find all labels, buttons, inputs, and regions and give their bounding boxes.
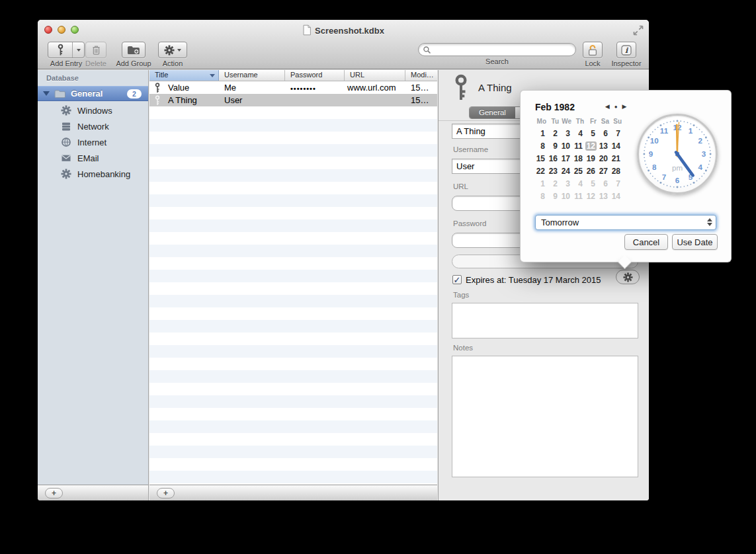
calendar-day[interactable]: 14 xyxy=(610,190,623,202)
lock-button[interactable] xyxy=(583,42,603,58)
calendar-day[interactable]: 5 xyxy=(585,128,598,139)
weekday-label: Mo xyxy=(535,116,548,127)
svg-text:7: 7 xyxy=(662,173,666,181)
calendar-day[interactable]: 7 xyxy=(610,128,623,139)
calendar-day[interactable]: 11 xyxy=(573,140,585,152)
delete-button[interactable] xyxy=(85,42,106,58)
sidebar-item-email[interactable]: EMail xyxy=(38,150,148,166)
search-input[interactable] xyxy=(433,45,571,54)
calendar-day[interactable]: 7 xyxy=(610,178,623,190)
calendar-day[interactable]: 11 xyxy=(573,190,585,202)
calendar-day[interactable]: 8 xyxy=(535,140,548,152)
calendar-day[interactable]: 13 xyxy=(598,140,610,152)
disclosure-triangle-icon[interactable] xyxy=(43,91,50,96)
today-icon[interactable]: ● xyxy=(612,104,620,110)
calendar-day[interactable]: 6 xyxy=(598,128,610,139)
unlock-icon xyxy=(586,44,599,57)
sidebar-item-windows[interactable]: Windows xyxy=(38,102,148,118)
calendar-day[interactable]: 12 xyxy=(585,140,598,152)
entry-count-badge: 2 xyxy=(127,89,142,99)
chevron-down-icon xyxy=(77,49,81,52)
expiry-settings-button[interactable] xyxy=(616,270,640,284)
calendar-day[interactable]: 1 xyxy=(535,178,548,190)
svg-text:3: 3 xyxy=(702,149,706,158)
fullscreen-button[interactable] xyxy=(632,24,644,36)
column-header-url[interactable]: URL xyxy=(345,70,405,81)
notes-input[interactable] xyxy=(452,356,638,477)
svg-text:10: 10 xyxy=(650,136,659,145)
calendar-day[interactable]: 9 xyxy=(548,190,560,202)
calendar-day[interactable]: 9 xyxy=(548,140,560,152)
table-row-selected[interactable]: A Thing User 15… xyxy=(149,94,437,106)
sidebar-items: Windows Network Internet EMail Homebanki… xyxy=(38,102,148,182)
add-entry-button[interactable] xyxy=(48,42,85,58)
inspector-group: i Inspector xyxy=(607,42,646,67)
expires-checkbox[interactable]: ✓ xyxy=(452,275,462,284)
calendar-day[interactable]: 21 xyxy=(610,153,623,165)
calendar-day[interactable]: 10 xyxy=(560,190,573,202)
svg-text:8: 8 xyxy=(652,163,657,171)
calendar-day[interactable]: 14 xyxy=(610,140,623,152)
calendar-day[interactable]: 2 xyxy=(548,178,560,190)
column-header-modified[interactable]: Modi… xyxy=(405,70,437,81)
calendar-day[interactable]: 28 xyxy=(610,165,623,177)
calendar-day[interactable]: 5 xyxy=(585,178,598,190)
add-entry-footer-button[interactable]: + xyxy=(157,488,175,498)
calendar-day[interactable]: 26 xyxy=(585,165,598,177)
calendar-day[interactable]: 24 xyxy=(560,165,573,177)
prev-month-icon[interactable]: ◀ xyxy=(603,103,612,110)
weekday-label: Tu xyxy=(548,116,560,127)
add-group-footer-button[interactable]: + xyxy=(45,488,63,498)
expiry-date-popover: Feb 1982 ◀ ● ▶ MoTuWeThFrSaSu 1234567891… xyxy=(520,90,732,262)
calendar-day[interactable]: 18 xyxy=(573,153,585,165)
column-header-username[interactable]: Username xyxy=(219,70,285,81)
action-button[interactable] xyxy=(158,42,187,58)
svg-text:2: 2 xyxy=(698,136,702,145)
lock-label: Lock xyxy=(585,59,600,67)
use-date-button[interactable]: Use Date xyxy=(672,234,718,250)
sidebar-group-general[interactable]: General 2 xyxy=(38,86,148,101)
sidebar-item-homebanking[interactable]: Homebanking xyxy=(38,166,148,182)
expires-row: ✓ Expires at: Tuesday 17 March 2015 xyxy=(452,272,638,288)
column-header-title[interactable]: Title xyxy=(149,70,219,81)
inspector-button[interactable]: i xyxy=(616,42,636,58)
action-group: Action xyxy=(157,42,189,67)
key-icon xyxy=(154,83,161,93)
tab-general[interactable]: General xyxy=(470,107,515,118)
calendar-day[interactable]: 6 xyxy=(598,178,610,190)
calendar-day[interactable]: 2 xyxy=(548,128,560,139)
gear-icon xyxy=(623,272,633,282)
calendar: Feb 1982 ◀ ● ▶ MoTuWeThFrSaSu 1234567891… xyxy=(535,101,628,202)
calendar-day[interactable]: 3 xyxy=(560,128,573,139)
add-group-button[interactable] xyxy=(122,42,146,58)
calendar-day[interactable]: 1 xyxy=(535,128,548,139)
calendar-day[interactable]: 25 xyxy=(573,165,585,177)
calendar-day[interactable]: 27 xyxy=(598,165,610,177)
sidebar-item-internet[interactable]: Internet xyxy=(38,134,148,150)
calendar-day[interactable]: 20 xyxy=(598,153,610,165)
calendar-day[interactable]: 4 xyxy=(573,128,585,139)
table-row[interactable]: Value Me •••••••• www.url.com 15… xyxy=(149,81,437,94)
calendar-day[interactable]: 15 xyxy=(535,153,548,165)
calendar-day[interactable]: 22 xyxy=(535,165,548,177)
calendar-day[interactable]: 4 xyxy=(573,178,585,190)
calendar-day[interactable]: 13 xyxy=(598,190,610,202)
calendar-day[interactable]: 12 xyxy=(585,190,598,202)
calendar-day[interactable]: 19 xyxy=(585,153,598,165)
calendar-day[interactable]: 17 xyxy=(560,153,573,165)
calendar-day[interactable]: 10 xyxy=(560,140,573,152)
calendar-day[interactable]: 16 xyxy=(548,153,560,165)
sidebar-item-network[interactable]: Network xyxy=(38,118,148,134)
cancel-button[interactable]: Cancel xyxy=(624,234,668,250)
calendar-day[interactable]: 23 xyxy=(548,165,560,177)
stepper-icon xyxy=(707,218,712,226)
calendar-day[interactable]: 3 xyxy=(560,178,573,190)
next-month-icon[interactable]: ▶ xyxy=(620,103,629,110)
column-header-password[interactable]: Password xyxy=(285,70,345,81)
add-group-label: Add Group xyxy=(116,59,151,67)
svg-text:pm: pm xyxy=(672,163,683,172)
search-field[interactable] xyxy=(418,43,576,56)
calendar-day[interactable]: 8 xyxy=(535,190,548,202)
expiry-preset-select[interactable]: Tomorrow xyxy=(535,215,716,230)
tags-input[interactable] xyxy=(452,303,638,338)
